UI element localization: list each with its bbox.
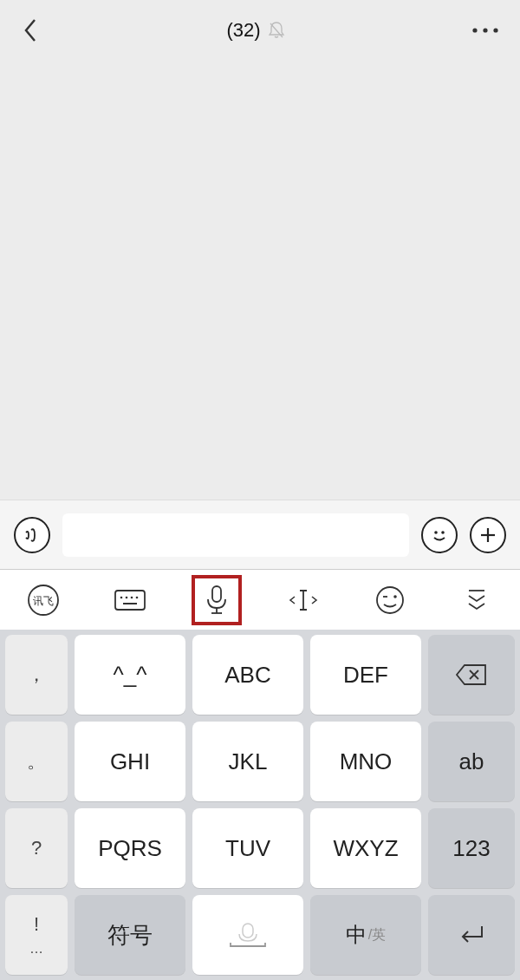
svg-point-13	[131, 596, 133, 598]
enter-icon	[456, 923, 487, 947]
svg-rect-16	[212, 586, 221, 602]
chat-title: (32)	[226, 19, 260, 42]
plus-icon	[478, 525, 498, 546]
language-toggle-key[interactable]: 中/英	[310, 895, 421, 975]
message-input[interactable]	[62, 513, 409, 557]
microphone-icon	[204, 584, 230, 617]
svg-point-3	[493, 28, 497, 32]
space-mic-icon	[222, 920, 274, 950]
enter-key[interactable]	[428, 895, 515, 975]
key-wxyz[interactable]: WXYZ	[310, 808, 421, 888]
key-tuv[interactable]: TUV	[192, 808, 303, 888]
keyboard-icon	[113, 587, 147, 613]
collapse-keyboard-button[interactable]	[455, 578, 498, 622]
punct-comma-key[interactable]: ，	[5, 635, 68, 715]
sound-wave-icon	[23, 526, 42, 545]
svg-point-14	[136, 596, 139, 598]
collapse-down-icon	[462, 585, 491, 615]
svg-point-5	[441, 531, 445, 534]
space-key[interactable]	[192, 895, 303, 975]
key-abc[interactable]: ABC	[192, 635, 303, 715]
svg-point-22	[393, 595, 397, 598]
chat-title-wrap: (32)	[226, 19, 284, 42]
voice-to-text-button[interactable]	[14, 517, 50, 553]
text-cursor-icon	[286, 585, 321, 615]
voice-input-button[interactable]	[195, 578, 238, 622]
backspace-icon	[454, 662, 489, 688]
symbols-key[interactable]: 符号	[75, 895, 185, 975]
key-mno[interactable]: MNO	[310, 722, 421, 801]
chat-message-area[interactable]	[0, 61, 520, 500]
keyboard-keypad: ， ^_^ ABC DEF 。 GHI JKL MNO ab ? PQRS TU…	[0, 630, 520, 980]
svg-rect-26	[243, 924, 253, 938]
emoji-button[interactable]	[421, 517, 458, 553]
lang-main-label: 中	[346, 921, 367, 949]
punct-exclaim-ellipsis-key[interactable]: ! …	[5, 895, 68, 975]
key-emoticon[interactable]: ^_^	[75, 635, 185, 715]
attach-button[interactable]	[470, 517, 506, 553]
backspace-key[interactable]	[428, 635, 515, 715]
svg-point-4	[434, 531, 438, 534]
smiley-icon	[428, 524, 451, 546]
more-button[interactable]	[468, 26, 503, 35]
lang-sub-label: /英	[368, 926, 386, 944]
punct-ellipsis-label: …	[29, 941, 43, 957]
svg-text:讯飞: 讯飞	[33, 595, 54, 607]
svg-point-20	[377, 587, 403, 613]
chevron-left-icon	[23, 18, 38, 42]
alpha-mode-key[interactable]: ab	[428, 722, 515, 801]
punct-dot-key[interactable]: 。	[5, 722, 68, 801]
more-icon	[471, 26, 499, 35]
keyboard-layout-button[interactable]	[108, 578, 152, 622]
cursor-edit-button[interactable]	[282, 578, 325, 622]
svg-point-1	[472, 28, 477, 32]
back-button[interactable]	[17, 17, 43, 43]
punct-question-key[interactable]: ?	[5, 808, 68, 888]
svg-point-11	[120, 596, 123, 598]
key-def[interactable]: DEF	[310, 635, 421, 715]
svg-point-12	[126, 596, 128, 598]
chat-header: (32)	[0, 0, 520, 61]
numeric-mode-key[interactable]: 123	[428, 808, 515, 888]
key-jkl[interactable]: JKL	[192, 722, 303, 801]
ime-brand-button[interactable]: 讯飞	[22, 578, 65, 622]
svg-point-2	[483, 28, 487, 32]
key-pqrs[interactable]: PQRS	[75, 808, 185, 888]
bell-muted-icon	[268, 21, 285, 40]
wink-icon	[374, 585, 406, 616]
keyboard-toolbar: 讯飞	[0, 569, 520, 630]
ime-brand-icon: 讯飞	[26, 583, 61, 617]
key-ghi[interactable]: GHI	[75, 722, 185, 801]
punct-exclaim-label: !	[34, 913, 39, 936]
svg-rect-10	[115, 591, 145, 610]
chat-input-bar	[0, 500, 520, 569]
emoji-keyboard-button[interactable]	[368, 578, 412, 622]
